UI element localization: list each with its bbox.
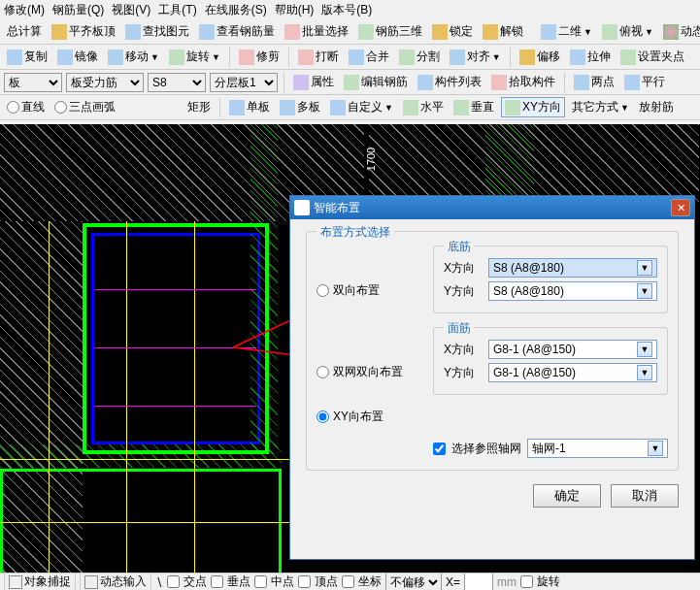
radial-button[interactable]: 放射筋 xyxy=(636,98,677,116)
chevron-down-icon: ▼ xyxy=(637,260,652,276)
stretch-button[interactable]: 拉伸 xyxy=(567,48,614,66)
magnify-icon xyxy=(199,24,215,40)
find-button[interactable]: 查找图元 xyxy=(122,22,192,41)
rebar3d-button[interactable]: 钢筋三维 xyxy=(355,22,425,41)
menu-online[interactable]: 在线服务(S) xyxy=(205,2,267,17)
cancel-button[interactable]: 取消 xyxy=(611,484,679,508)
pick-member-button[interactable]: 拾取构件 xyxy=(488,73,558,91)
menubar: 修改(M) 钢筋量(Q) 视图(V) 工具(T) 在线服务(S) 帮助(H) 版… xyxy=(0,0,700,19)
align-button[interactable]: 对齐▼ xyxy=(447,48,504,66)
xy-button[interactable]: XY方向 xyxy=(501,97,565,117)
x-input[interactable] xyxy=(464,573,493,590)
arc3-radio[interactable] xyxy=(54,101,67,114)
batch-select-button[interactable]: 批量选择 xyxy=(282,22,351,41)
mirror-icon xyxy=(57,49,73,65)
top-y-combo[interactable]: G8-1 (A8@150)▼ xyxy=(488,363,657,382)
radio-xy[interactable] xyxy=(317,410,329,423)
mid-check[interactable] xyxy=(254,575,267,588)
dim2d-button[interactable]: 二维▼ xyxy=(538,22,595,41)
offset-icon xyxy=(519,49,535,65)
menu-tools[interactable]: 工具(T) xyxy=(158,2,196,17)
horiz-button[interactable]: 水平 xyxy=(400,98,447,116)
unlock-button[interactable]: 解锁 xyxy=(480,22,526,41)
other-button[interactable]: 其它方式▼ xyxy=(569,98,632,116)
move-button[interactable]: 移动▼ xyxy=(105,48,162,66)
horiz-icon xyxy=(403,100,418,115)
ok-button[interactable]: 确定 xyxy=(533,484,601,508)
level-button[interactable]: 平齐板顶 xyxy=(49,22,118,41)
bottom-y-combo[interactable]: S8 (A8@180)▼ xyxy=(488,281,657,301)
menu-help[interactable]: 帮助(H) xyxy=(275,2,315,17)
move-icon xyxy=(108,49,123,65)
trim-icon xyxy=(239,49,254,65)
rotate-icon xyxy=(169,49,184,65)
single-button[interactable]: 单板 xyxy=(226,98,273,116)
bottom-x-combo[interactable]: S8 (A8@180)▼ xyxy=(488,258,657,278)
close-button[interactable]: ✕ xyxy=(671,199,690,216)
dyninput-tab[interactable]: 动态输入 xyxy=(80,573,151,590)
rotate-check[interactable] xyxy=(520,575,533,588)
pick-icon xyxy=(491,75,507,90)
merge-icon xyxy=(349,49,364,65)
size-select[interactable]: S8 xyxy=(148,73,206,92)
edit-rebar-button[interactable]: 编辑钢筋 xyxy=(341,73,411,91)
level-icon xyxy=(51,24,67,40)
ref-grid-check[interactable] xyxy=(433,442,446,455)
lock-button[interactable]: 锁定 xyxy=(429,22,476,41)
toolbar-edit: 复制 镜像 移动▼ 旋转▼ 修剪 打断 合并 分割 对齐▼ 偏移 拉伸 设置夹点 xyxy=(0,45,700,70)
break-button[interactable]: 打断 xyxy=(295,48,342,66)
multi-icon xyxy=(280,100,295,115)
multi-button[interactable]: 多板 xyxy=(277,98,323,116)
line-radio[interactable] xyxy=(7,101,19,114)
copy-button[interactable]: 复制 xyxy=(4,48,50,66)
parallel-button[interactable]: 平行 xyxy=(621,73,668,91)
cross-check[interactable] xyxy=(167,575,180,588)
menu-rebar[interactable]: 钢筋量(Q) xyxy=(52,2,104,17)
chevron-down-icon: ▼ xyxy=(637,365,652,380)
radio-bidir[interactable] xyxy=(317,284,329,297)
offset-select[interactable]: 不偏移 xyxy=(385,573,442,590)
offset-button[interactable]: 偏移 xyxy=(517,48,563,66)
rotate-button[interactable]: 旋转▼ xyxy=(166,48,223,66)
ref-grid-combo[interactable]: 轴网-1▼ xyxy=(527,439,668,458)
dialog-titlebar[interactable]: 智能布置 ✕ xyxy=(290,196,694,219)
coord-check[interactable] xyxy=(342,575,354,588)
board-select[interactable]: 板 xyxy=(4,73,62,92)
calc-button[interactable]: 总计算 xyxy=(4,22,45,41)
prop-button[interactable]: 属性 xyxy=(290,73,337,91)
rebar-select[interactable]: 板受力筋 xyxy=(66,73,144,92)
layer-select[interactable]: 分层板1 xyxy=(210,73,278,92)
select-icon xyxy=(284,24,300,40)
top-x-combo[interactable]: G8-1 (A8@150)▼ xyxy=(488,340,657,359)
dyn-obs-button[interactable]: 动态观 xyxy=(660,22,700,41)
trim-button[interactable]: 修剪 xyxy=(236,48,283,66)
prop-icon xyxy=(293,75,309,90)
two-pt-button[interactable]: 两点 xyxy=(571,73,617,91)
custom-button[interactable]: 自定义▼ xyxy=(327,98,396,116)
parallel-icon xyxy=(624,75,640,90)
chevron-down-icon: ▼ xyxy=(637,283,652,299)
dialog-icon xyxy=(294,200,310,215)
top-check[interactable] xyxy=(298,575,311,588)
mirror-button[interactable]: 镜像 xyxy=(54,48,101,66)
vert-button[interactable]: 垂直 xyxy=(450,98,497,116)
radio-dual-bidir[interactable] xyxy=(317,366,329,378)
menu-modify[interactable]: 修改(M) xyxy=(4,2,45,17)
menu-view[interactable]: 视图(V) xyxy=(112,2,150,17)
split-button[interactable]: 分割 xyxy=(396,48,443,66)
snap-tab[interactable]: 对象捕捉 xyxy=(4,573,76,590)
two-pt-icon xyxy=(574,75,589,90)
rebar-qty-button[interactable]: 查看钢筋量 xyxy=(196,22,278,41)
menu-version[interactable]: 版本号(B) xyxy=(321,2,372,17)
perp-check[interactable] xyxy=(211,575,223,588)
cube-icon xyxy=(358,24,374,40)
member-list-button[interactable]: 构件列表 xyxy=(415,73,484,91)
arc3-button[interactable]: 三点画弧 xyxy=(51,98,118,116)
align-icon xyxy=(450,49,465,65)
line-button[interactable]: 直线 xyxy=(4,98,48,116)
set-grip-button[interactable]: 设置夹点 xyxy=(617,48,687,66)
rect-button[interactable]: 矩形 xyxy=(184,98,214,116)
view-top-button[interactable]: 俯视▼ xyxy=(599,22,656,41)
merge-button[interactable]: 合并 xyxy=(346,48,392,66)
statusbar: 对象捕捉 动态输入 ∖ 交点 垂点 中点 顶点 坐标 不偏移 X= mm 旋转 xyxy=(0,573,700,590)
